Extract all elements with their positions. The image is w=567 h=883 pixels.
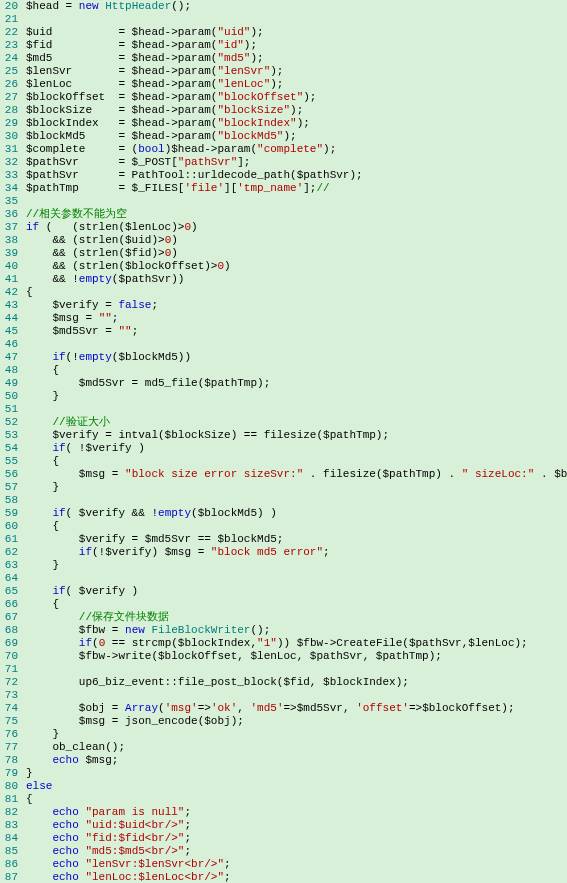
code-line: $fid = $head->param("id"); [26,39,567,52]
code-token: ); [250,52,263,64]
line-number: 30 [2,130,18,143]
code-token: ; [151,299,158,311]
code-line: } [26,728,567,741]
code-token: echo [52,871,78,883]
code-line: $msg = "block size error sizeSvr:" . fil… [26,468,567,481]
code-line: { [26,286,567,299]
code-line: $verify = intval($blockSize) == filesize… [26,429,567,442]
code-token [26,858,52,870]
code-token [26,637,79,649]
code-line: $lenSvr = $head->param("lenSvr"); [26,65,567,78]
code-area[interactable]: $head = new HttpHeader();$uid = $head->p… [22,0,567,883]
code-line: $pathSvr = $_POST["pathSvr"]; [26,156,567,169]
code-token: $md5 = $head->param( [26,52,217,64]
line-number: 23 [2,39,18,52]
line-number: 22 [2,26,18,39]
line-number: 60 [2,520,18,533]
code-token: =>$md5Svr, [284,702,357,714]
line-number: 43 [2,299,18,312]
code-line: $lenLoc = $head->param("lenLoc"); [26,78,567,91]
code-token: ); [303,91,316,103]
code-token: $md5Svr = [26,325,118,337]
line-number: 70 [2,650,18,663]
code-line: echo $msg; [26,754,567,767]
line-number: 55 [2,455,18,468]
code-token: $obj = [26,702,125,714]
code-token: bool [138,143,164,155]
code-token: "md5:$md5<br/>" [85,845,184,857]
code-token: ; [224,858,231,870]
code-line: $complete = (bool)$head->param("complete… [26,143,567,156]
code-line: echo "param is null"; [26,806,567,819]
code-token: "blockOffset" [217,91,303,103]
code-token: 'msg' [165,702,198,714]
code-token: ]; [303,182,316,194]
code-line: ob_clean(); [26,741,567,754]
code-token: { [26,364,59,376]
code-token: ; [184,806,191,818]
code-token [26,546,79,558]
code-token: //验证大小 [52,416,109,428]
code-token: "complete" [257,143,323,155]
code-token: { [26,455,59,467]
code-token: $msg = [26,312,99,324]
code-token: (); [171,0,191,12]
code-token: 'file' [184,182,224,194]
code-token: echo [52,845,78,857]
code-line: } [26,481,567,494]
line-number: 76 [2,728,18,741]
line-number: 67 [2,611,18,624]
code-token: ( [158,702,165,714]
code-token: ( [92,637,99,649]
code-token: =>$blockOffset); [409,702,515,714]
code-token: && (strlen($blockOffset)> [26,260,217,272]
line-number: 50 [2,390,18,403]
code-line: $head = new HttpHeader(); [26,0,567,13]
code-token: $fid = $head->param( [26,39,217,51]
code-token: new [79,0,99,12]
line-number: 21 [2,13,18,26]
line-number: 41 [2,273,18,286]
code-token: "" [99,312,112,324]
line-number: 24 [2,52,18,65]
line-number: 82 [2,806,18,819]
code-token: $pathSvr = PathTool::urldecode_path($pat… [26,169,363,181]
code-token: } [26,559,59,571]
code-line: if(0 == strcmp($blockIndex,"1")) $fbw->C… [26,637,567,650]
line-number: 71 [2,663,18,676]
line-number: 32 [2,156,18,169]
line-number: 26 [2,78,18,91]
code-token: } [26,767,33,779]
line-number: 42 [2,286,18,299]
line-number: 66 [2,598,18,611]
code-line: { [26,364,567,377]
code-token [26,585,52,597]
code-token: ); [244,39,257,51]
line-number: 58 [2,494,18,507]
code-token: ); [270,65,283,77]
code-token: ); [270,78,283,90]
code-token: echo [52,819,78,831]
code-line: echo "fid:$fid<br/>"; [26,832,567,845]
code-token: ; [112,312,119,324]
code-line: $md5Svr = ""; [26,325,567,338]
code-line: $verify = false; [26,299,567,312]
code-line [26,338,567,351]
code-line: if( $verify ) [26,585,567,598]
code-token: ($blockMd5)) [112,351,191,363]
code-token: new [125,624,145,636]
code-token: ( $verify ) [66,585,139,597]
code-token: $complete = ( [26,143,138,155]
code-token [26,806,52,818]
code-line: //验证大小 [26,416,567,429]
line-number: 29 [2,117,18,130]
line-number: 31 [2,143,18,156]
code-token: && (strlen($uid)> [26,234,165,246]
code-token [26,351,52,363]
code-token [26,819,52,831]
code-token: $msg = [26,468,125,480]
code-token [26,845,52,857]
line-number: 63 [2,559,18,572]
line-number: 72 [2,676,18,689]
code-line: { [26,793,567,806]
